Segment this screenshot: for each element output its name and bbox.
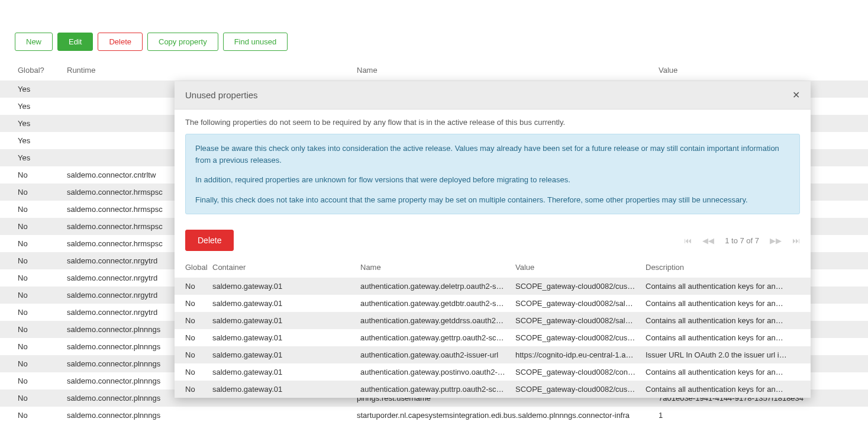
cell-container: saldemo.gateway.01 <box>208 346 356 363</box>
ucol-value-header[interactable]: Value <box>511 257 641 278</box>
cell-global: No <box>0 201 62 218</box>
cell-name: authentication.gateway.postinvo.oauth2-s… <box>356 363 511 381</box>
cell-name: authentication.gateway.gettrp.oauth2-sco… <box>356 329 511 346</box>
cell-global: No <box>0 287 62 304</box>
table-row[interactable]: Nosaldemo.connector.plnnngsstartuporder.… <box>0 407 868 424</box>
cell-container: saldemo.gateway.01 <box>208 278 356 295</box>
modal-delete-button[interactable]: Delete <box>185 230 234 251</box>
cell-description: Contains all authentication keys for an… <box>641 312 811 329</box>
cell-container: saldemo.gateway.01 <box>208 381 356 398</box>
cell-description: Contains all authentication keys for an… <box>641 329 811 346</box>
toolbar: New Edit Delete Copy property Find unuse… <box>0 0 868 51</box>
modal-header: Unused properties ✕ <box>175 81 811 110</box>
cell-global: No <box>175 381 208 398</box>
table-row[interactable]: Nosaldemo.gateway.01authentication.gatew… <box>175 381 811 398</box>
new-button[interactable]: New <box>15 33 53 51</box>
cell-global: No <box>175 278 208 295</box>
cell-global: Yes <box>0 115 62 132</box>
info-text-2: In addition, required properties are unk… <box>195 174 790 186</box>
cell-global: Yes <box>0 81 62 98</box>
cell-global: No <box>0 321 62 338</box>
cell-global: No <box>0 269 62 287</box>
cell-name: authentication.gateway.oauth2-issuer-url <box>356 346 511 363</box>
pager-last-icon[interactable]: ⏭ <box>792 236 800 245</box>
cell-runtime: saldemo.connector.plnnngs <box>62 407 352 424</box>
info-text-3: Finally, this check does not take into a… <box>195 194 790 206</box>
cell-global: No <box>0 355 62 372</box>
cell-name: authentication.gateway.getddrss.oauth2-s… <box>356 312 511 329</box>
cell-global: No <box>0 184 62 201</box>
pager-status: 1 to 7 of 7 <box>725 236 759 245</box>
cell-container: saldemo.gateway.01 <box>208 363 356 381</box>
cell-global: No <box>175 329 208 346</box>
cell-container: saldemo.gateway.01 <box>208 312 356 329</box>
pager: ⏮ ◀◀ 1 to 7 of 7 ▶▶ ⏭ <box>684 236 800 245</box>
table-row[interactable]: Nosaldemo.gateway.01authentication.gatew… <box>175 346 811 363</box>
find-unused-button[interactable]: Find unused <box>223 33 288 51</box>
cell-global: No <box>0 235 62 252</box>
pager-first-icon[interactable]: ⏮ <box>684 236 692 245</box>
cell-value: SCOPE_gateway-cloud0082/controlto… <box>511 363 641 381</box>
cell-description: Contains all authentication keys for an… <box>641 363 811 381</box>
unused-properties-table: Global Container Name Value Description … <box>175 257 811 398</box>
cell-value: 1 <box>654 407 868 424</box>
cell-description: Issuer URL In OAuth 2.0 the issuer url i… <box>641 346 811 363</box>
cell-value: SCOPE_gateway-cloud0082/customers <box>511 278 641 295</box>
unused-properties-modal: Unused properties ✕ The following proper… <box>175 81 811 398</box>
cell-description: Contains all authentication keys for an… <box>641 278 811 295</box>
cell-global: No <box>175 363 208 381</box>
cell-value: SCOPE_gateway-cloud0082/customers <box>511 381 641 398</box>
cell-name: startuporder.nl.capesystemsintegration.e… <box>352 407 654 424</box>
cell-global: No <box>0 218 62 235</box>
edit-button[interactable]: Edit <box>57 33 93 51</box>
cell-name: authentication.gateway.puttrp.oauth2-sco… <box>356 381 511 398</box>
table-row[interactable]: Nosaldemo.gateway.01authentication.gatew… <box>175 363 811 381</box>
close-icon[interactable]: ✕ <box>792 89 800 101</box>
cell-global: No <box>0 338 62 355</box>
cell-description: Contains all authentication keys for an… <box>641 295 811 312</box>
table-row[interactable]: Nosaldemo.gateway.01authentication.gatew… <box>175 295 811 312</box>
cell-global: No <box>175 312 208 329</box>
copy-property-button[interactable]: Copy property <box>147 33 218 51</box>
col-name-header[interactable]: Name <box>352 60 654 81</box>
cell-global: No <box>0 390 62 407</box>
col-global-header[interactable]: Global? <box>0 60 62 81</box>
cell-global: No <box>0 304 62 321</box>
modal-title: Unused properties <box>185 90 258 100</box>
info-text-1: Please be aware this check only takes in… <box>195 143 790 166</box>
table-row[interactable]: Nosaldemo.gateway.01authentication.gatew… <box>175 278 811 295</box>
cell-description: Contains all authentication keys for an… <box>641 381 811 398</box>
pager-prev-icon[interactable]: ◀◀ <box>702 236 714 245</box>
cell-container: saldemo.gateway.01 <box>208 329 356 346</box>
table-row[interactable]: Nosaldemo.gateway.01authentication.gatew… <box>175 312 811 329</box>
ucol-description-header[interactable]: Description <box>641 257 811 278</box>
cell-value: SCOPE_gateway-cloud0082/customers <box>511 329 641 346</box>
cell-name: authentication.gateway.getdbtr.oauth2-sc… <box>356 295 511 312</box>
cell-global: No <box>175 295 208 312</box>
table-row[interactable]: Nosaldemo.gateway.01authentication.gatew… <box>175 329 811 346</box>
cell-global: Yes <box>0 132 62 149</box>
ucol-name-header[interactable]: Name <box>356 257 511 278</box>
cell-global: Yes <box>0 149 62 166</box>
cell-global: No <box>0 372 62 390</box>
cell-name: authentication.gateway.deletrp.oauth2-sc… <box>356 278 511 295</box>
col-runtime-header[interactable]: Runtime <box>62 60 352 81</box>
delete-button[interactable]: Delete <box>98 33 143 51</box>
modal-description: The following properties do not seem to … <box>185 118 800 127</box>
cell-global: No <box>0 166 62 184</box>
cell-global: Yes <box>0 98 62 115</box>
col-value-header[interactable]: Value <box>654 60 868 81</box>
pager-next-icon[interactable]: ▶▶ <box>770 236 782 245</box>
cell-value: SCOPE_gateway-cloud0082/salesforce <box>511 295 641 312</box>
cell-global: No <box>175 346 208 363</box>
ucol-global-header[interactable]: Global <box>175 257 208 278</box>
cell-global: No <box>0 407 62 424</box>
cell-container: saldemo.gateway.01 <box>208 295 356 312</box>
info-box: Please be aware this check only takes in… <box>185 134 800 214</box>
cell-value: https://cognito-idp.eu-central-1.amaz… <box>511 346 641 363</box>
cell-value: SCOPE_gateway-cloud0082/salesforce <box>511 312 641 329</box>
cell-global: No <box>0 252 62 269</box>
ucol-container-header[interactable]: Container <box>208 257 356 278</box>
